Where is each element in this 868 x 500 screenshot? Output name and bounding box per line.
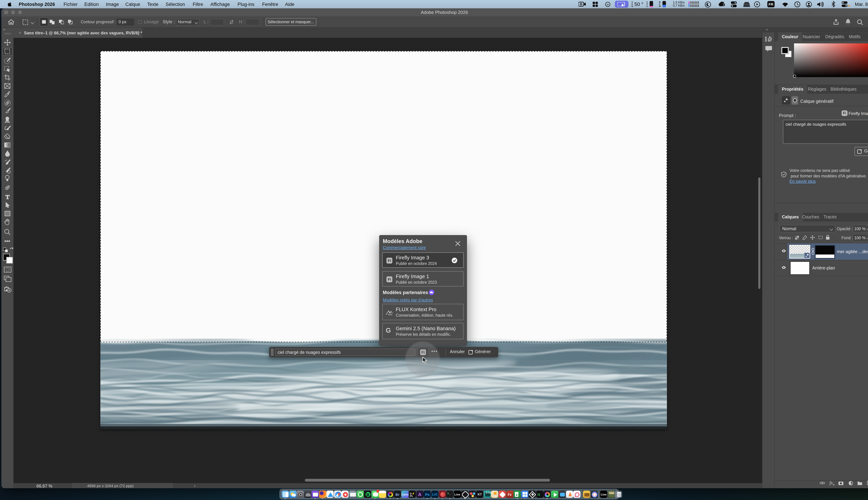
svg-text:T: T — [5, 194, 9, 200]
svg-text:w: w — [607, 3, 609, 6]
